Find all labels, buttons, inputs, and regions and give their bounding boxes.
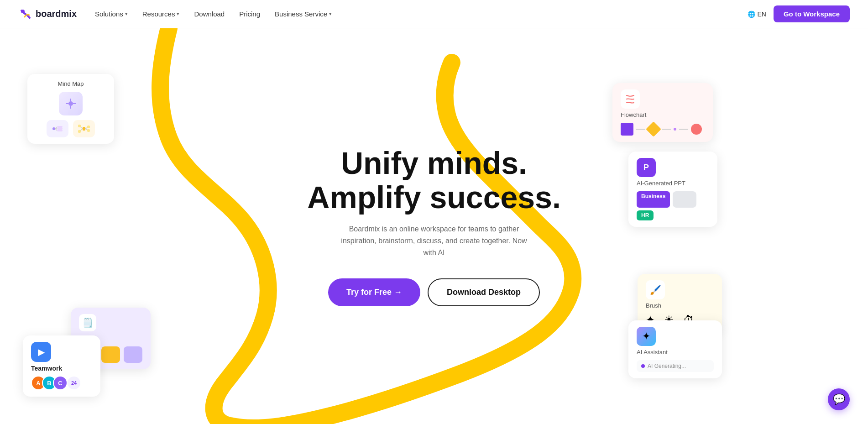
fc-line2 xyxy=(662,129,671,130)
ai-label: AI Assistant xyxy=(637,349,714,356)
nav-resources[interactable]: Resources ▾ xyxy=(142,10,180,18)
go-workspace-button[interactable]: Go to Workspace xyxy=(774,5,850,22)
chevron-down-icon: ▾ xyxy=(329,11,332,17)
hero-section: Mind Map xyxy=(0,28,868,424)
mindmap-label: Mind Map xyxy=(36,80,106,87)
svg-rect-11 xyxy=(57,126,63,128)
hero-title: Unify minds. Amplify success. xyxy=(307,146,561,215)
nav-download[interactable]: Download xyxy=(194,10,225,18)
try-free-button[interactable]: Try for Free → xyxy=(328,278,420,306)
language-selector[interactable]: 🌐 EN xyxy=(748,10,766,18)
flowchart-diagram xyxy=(621,123,705,136)
teamwork-avatars: A B C 24 xyxy=(31,376,92,390)
chat-support-button[interactable]: 💬 xyxy=(828,388,850,410)
mindmap-icon xyxy=(59,92,83,115)
svg-rect-20 xyxy=(78,130,81,133)
nav-business[interactable]: Business Service ▾ xyxy=(275,10,332,18)
nav-right: 🌐 EN Go to Workspace xyxy=(748,5,850,22)
aippt-tag-hr: HR xyxy=(637,210,654,220)
aippt-tag-business: Business xyxy=(637,191,670,208)
globe-icon: 🌐 xyxy=(748,10,755,18)
fc-line1 xyxy=(636,129,645,130)
avatar-3: C xyxy=(53,376,68,390)
svg-point-1 xyxy=(21,10,25,13)
ai-generating-text: AI Generating... xyxy=(648,363,686,369)
fc-square xyxy=(621,123,633,136)
mindmap-icon-sm2 xyxy=(73,120,95,137)
svg-rect-12 xyxy=(57,128,63,130)
ai-dot xyxy=(641,364,645,368)
fc-diamond xyxy=(646,121,661,137)
mindmap-icon-sm1 xyxy=(47,120,68,137)
ai-assistant-card: ✦ AI Assistant AI Generating... xyxy=(628,320,722,378)
aippt-tags: Business HR xyxy=(637,191,709,220)
nav-logo[interactable]: boardmix xyxy=(18,7,77,21)
memo-icon: 🗒️ xyxy=(79,314,96,331)
svg-rect-19 xyxy=(78,125,81,127)
avatar-count: 24 xyxy=(67,376,81,390)
hero-content: Unify minds. Amplify success. Boardmix i… xyxy=(307,146,561,306)
teamwork-icon: ▶ xyxy=(31,342,51,362)
fc-circle xyxy=(691,124,702,135)
aippt-img xyxy=(673,191,696,208)
swatch-purple xyxy=(124,346,142,363)
chevron-down-icon: ▾ xyxy=(177,11,179,17)
flowchart-label: Flowchart xyxy=(621,111,705,118)
svg-point-2 xyxy=(68,101,73,106)
navbar: boardmix Solutions ▾ Resources ▾ Downloa… xyxy=(0,0,868,28)
fc-line3 xyxy=(679,129,688,130)
svg-rect-13 xyxy=(57,130,63,131)
flowchart-icon xyxy=(621,89,640,109)
teamwork-label: Teamwork xyxy=(31,365,92,372)
chevron-down-icon: ▾ xyxy=(125,11,128,17)
fc-dot1 xyxy=(674,128,676,131)
svg-rect-21 xyxy=(87,126,90,128)
hero-subtitle: Boardmix is an online workspace for team… xyxy=(338,223,530,258)
aippt-label: AI-Generated PPT xyxy=(637,180,709,187)
teamwork-card: ▶ Teamwork A B C 24 xyxy=(23,335,100,397)
mindmap-card: Mind Map xyxy=(27,74,114,144)
logo-text: boardmix xyxy=(36,9,77,19)
svg-point-7 xyxy=(52,127,55,130)
hero-buttons: Try for Free → Download Desktop xyxy=(307,278,561,306)
ai-generating-bar: AI Generating... xyxy=(637,360,714,372)
flowchart-card: Flowchart xyxy=(612,83,713,142)
aippt-card: P AI-Generated PPT Business HR xyxy=(628,152,717,227)
ai-icon: ✦ xyxy=(637,327,656,346)
svg-rect-22 xyxy=(87,129,90,132)
nav-pricing[interactable]: Pricing xyxy=(239,10,260,18)
download-desktop-button[interactable]: Download Desktop xyxy=(428,278,540,306)
brush-label: Brush xyxy=(646,302,714,309)
brush-icon: 🖌️ xyxy=(646,280,665,299)
svg-rect-14 xyxy=(83,127,85,131)
aippt-icon: P xyxy=(637,158,656,177)
nav-solutions[interactable]: Solutions ▾ xyxy=(95,10,128,18)
nav-links: Solutions ▾ Resources ▾ Download Pricing… xyxy=(95,10,748,18)
swatch-yellow xyxy=(101,346,120,363)
